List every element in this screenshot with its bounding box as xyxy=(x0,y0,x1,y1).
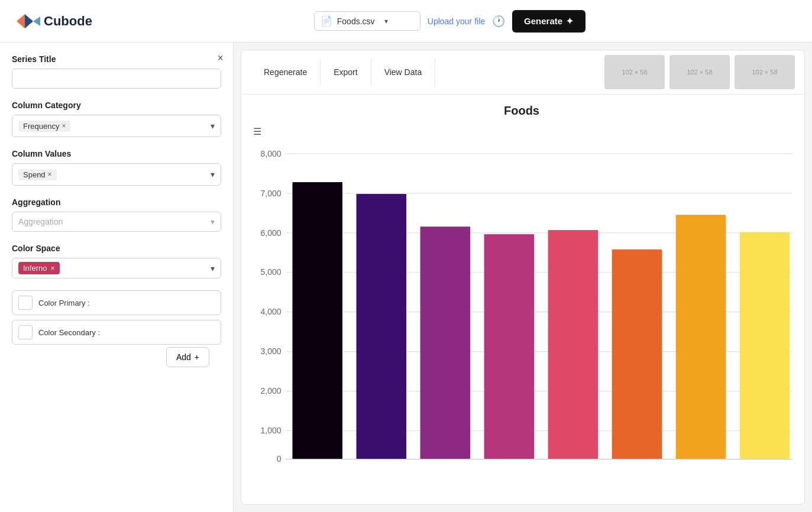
logo-text: Cubode xyxy=(44,14,92,29)
color-primary-swatch xyxy=(18,296,33,310)
chevron-down-icon: ▾ xyxy=(211,170,215,179)
frequency-tag-remove[interactable]: × xyxy=(62,122,66,130)
header: Cubode 📄 Foods.csv ▾ Upload your file 🕐 … xyxy=(0,0,812,43)
series-title-section: Series Title xyxy=(12,54,221,89)
svg-marker-1 xyxy=(25,14,33,28)
column-category-section: Column Category Frequency × ▾ xyxy=(12,101,221,137)
frequency-tag: Frequency × xyxy=(18,121,70,132)
menu-icon[interactable]: ☰ xyxy=(253,126,261,137)
column-values-section: Column Values Spend × ▾ xyxy=(12,149,221,186)
svg-marker-2 xyxy=(33,17,40,26)
chevron-down-icon: ▾ xyxy=(211,217,215,226)
aggregation-placeholder: Aggregation xyxy=(18,217,63,226)
thumbnail-3[interactable]: 102 × 58 xyxy=(735,55,795,89)
series-title-label: Series Title xyxy=(12,54,221,64)
bar-1 xyxy=(292,182,342,459)
aggregation-select[interactable]: Aggregation ▾ xyxy=(12,212,221,232)
bar-2 xyxy=(357,194,407,459)
color-secondary-row[interactable]: Color Secondary : xyxy=(12,320,221,345)
main-layout: × Series Title Column Category Frequency… xyxy=(0,43,812,512)
sparkle-icon: ✦ xyxy=(566,16,574,27)
color-space-section: Color Space Inferno × ▾ xyxy=(12,244,221,278)
thumbnails: 102 × 58 102 × 58 102 × 58 xyxy=(604,50,795,94)
aggregation-label: Aggregation xyxy=(12,197,221,207)
file-name: Foods.csv xyxy=(337,17,375,26)
column-category-select[interactable]: Frequency × ▾ xyxy=(12,115,221,137)
chart-title: Foods xyxy=(251,104,792,118)
chart-content: Foods ☰ 8,000 7,000 6,000 5,000 4,000 3,… xyxy=(241,95,804,504)
bar-4 xyxy=(484,234,535,459)
series-title-input[interactable] xyxy=(12,69,221,89)
color-secondary-label: Color Secondary : xyxy=(38,328,100,337)
chart-toolbar: Regenerate Export View Data 102 × 58 102… xyxy=(241,50,804,95)
add-label: Add xyxy=(176,352,191,362)
generate-button[interactable]: Generate ✦ xyxy=(512,10,585,33)
upload-button[interactable]: Upload your file xyxy=(428,17,485,26)
column-category-label: Column Category xyxy=(12,101,221,110)
export-button[interactable]: Export xyxy=(321,58,371,86)
bar-3 xyxy=(420,226,471,459)
close-button[interactable]: × xyxy=(217,52,224,64)
color-secondary-swatch xyxy=(18,325,33,339)
svg-text:5,000: 5,000 xyxy=(260,267,281,277)
svg-marker-0 xyxy=(17,14,25,28)
bar-8 xyxy=(740,232,790,459)
bar-6 xyxy=(612,249,662,459)
chevron-down-icon: ▾ xyxy=(211,121,215,131)
spend-tag: Spend × xyxy=(18,169,57,180)
chart-area: Regenerate Export View Data 102 × 58 102… xyxy=(241,50,805,505)
color-primary-row[interactable]: Color Primary : xyxy=(12,290,221,315)
chevron-down-icon: ▾ xyxy=(211,264,215,273)
file-icon: 📄 xyxy=(321,15,332,27)
generate-label: Generate xyxy=(524,16,562,26)
bar-chart-svg: 8,000 7,000 6,000 5,000 4,000 3,000 2,00… xyxy=(251,124,792,495)
svg-text:6,000: 6,000 xyxy=(260,228,281,238)
aggregation-section: Aggregation Aggregation ▾ xyxy=(12,197,221,232)
svg-text:0: 0 xyxy=(277,454,282,464)
plus-icon: + xyxy=(195,352,199,362)
add-button[interactable]: Add + xyxy=(166,347,209,367)
svg-text:8,000: 8,000 xyxy=(260,149,281,158)
column-values-label: Column Values xyxy=(12,149,221,158)
svg-text:7,000: 7,000 xyxy=(260,189,281,198)
svg-text:2,000: 2,000 xyxy=(260,386,281,396)
view-data-button[interactable]: View Data xyxy=(371,58,436,86)
inferno-tag-remove[interactable]: × xyxy=(50,264,54,273)
color-primary-label: Color Primary : xyxy=(38,299,90,307)
color-space-label: Color Space xyxy=(12,244,221,253)
bar-5 xyxy=(548,230,599,459)
sidebar: × Series Title Column Category Frequency… xyxy=(0,43,234,512)
logo-icon xyxy=(14,8,40,34)
svg-text:3,000: 3,000 xyxy=(260,346,281,356)
thumbnail-2[interactable]: 102 × 58 xyxy=(669,55,730,89)
chart-wrapper: ☰ 8,000 7,000 6,000 5,000 4,000 3,000 2,… xyxy=(251,124,792,495)
color-space-select[interactable]: Inferno × ▾ xyxy=(12,258,221,278)
column-values-select[interactable]: Spend × ▾ xyxy=(12,163,221,186)
chevron-down-icon: ▾ xyxy=(384,17,388,25)
bar-7 xyxy=(676,215,726,459)
inferno-tag: Inferno × xyxy=(18,262,60,274)
regenerate-button[interactable]: Regenerate xyxy=(251,58,321,86)
spend-tag-remove[interactable]: × xyxy=(48,170,52,179)
thumbnail-1[interactable]: 102 × 58 xyxy=(604,55,665,89)
logo: Cubode xyxy=(14,8,92,34)
svg-text:1,000: 1,000 xyxy=(260,426,281,435)
clock-icon: 🕐 xyxy=(492,15,505,28)
svg-text:4,000: 4,000 xyxy=(260,307,281,316)
header-center: 📄 Foods.csv ▾ Upload your file 🕐 Generat… xyxy=(102,10,798,33)
file-selector[interactable]: 📄 Foods.csv ▾ xyxy=(314,11,420,31)
